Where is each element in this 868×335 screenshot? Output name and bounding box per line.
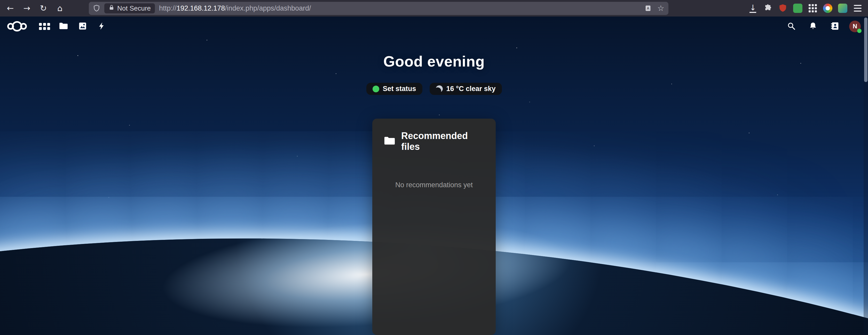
lock-icon (108, 4, 115, 12)
weather-button[interactable]: 16 °C clear sky (430, 83, 502, 95)
teal-extension-button[interactable] (838, 3, 848, 13)
ublock-extension-button[interactable] (778, 3, 788, 13)
nav-photos-button[interactable] (75, 19, 90, 34)
search-button[interactable] (784, 19, 799, 34)
tracking-shield-icon[interactable] (93, 5, 100, 12)
scrollbar-thumb[interactable] (864, 18, 867, 82)
nav-files-button[interactable] (56, 19, 71, 34)
dots-grid-icon (809, 4, 817, 12)
hamburger-menu-icon (854, 5, 862, 11)
moon-icon (435, 85, 443, 93)
contacts-icon (830, 22, 839, 31)
nextcloud-header: N (0, 16, 868, 36)
page-content: N Good evening Set status 16 °C clear sk… (0, 16, 868, 335)
address-bar[interactable]: Not Secure http://192.168.12.178/index.p… (89, 2, 669, 15)
teal-gradient-icon (838, 4, 847, 13)
notifications-button[interactable] (806, 19, 820, 34)
dashboard-main: Good evening Set status 16 °C clear sky … (0, 16, 868, 335)
browser-nav-buttons: ← → ↻ ⌂ (4, 2, 67, 15)
colorful-extension-button[interactable] (823, 3, 833, 13)
panel-empty-message: No recommendations yet (372, 181, 496, 189)
svg-text:A: A (647, 6, 649, 10)
security-chip[interactable]: Not Secure (104, 3, 155, 13)
header-right-actions: N (784, 19, 861, 34)
translate-icon[interactable]: A (644, 5, 652, 12)
bookmark-star-icon[interactable]: ☆ (657, 4, 664, 12)
browser-toolbar: ← → ↻ ⌂ Not Secure http://192.168.12.178… (0, 0, 868, 16)
url-scheme: http:// (159, 4, 177, 12)
home-button[interactable]: ⌂ (53, 2, 67, 15)
green-extension-button[interactable] (793, 3, 803, 13)
page-scrollbar[interactable] (864, 16, 868, 335)
avatar-initial: N (853, 23, 857, 30)
dashboard-grid-icon (39, 23, 50, 30)
red-shield-icon (778, 4, 787, 13)
search-icon (787, 22, 796, 31)
download-button[interactable]: ↓ (748, 3, 758, 13)
nextcloud-logo[interactable] (7, 21, 27, 31)
status-pills-row: Set status 16 °C clear sky (366, 83, 502, 95)
toolbar-extension-area: ↓ (748, 3, 864, 13)
online-status-dot (857, 29, 862, 33)
recommended-files-panel: Recommended files No recommendations yet (372, 119, 496, 335)
panel-header: Recommended files (372, 119, 496, 152)
color-wheel-icon (823, 4, 832, 13)
urlbar-right-icons: A ☆ (644, 4, 664, 12)
url-host: 192.168.12.178 (177, 4, 225, 12)
puzzle-icon (764, 4, 772, 13)
menu-button[interactable] (852, 3, 863, 13)
weather-label: 16 °C clear sky (446, 85, 496, 93)
green-square-icon (793, 4, 802, 13)
security-chip-label: Not Secure (117, 4, 151, 12)
folder-icon (384, 136, 396, 147)
url-text: http://192.168.12.178/index.php/apps/das… (159, 4, 640, 12)
back-button[interactable]: ← (4, 2, 17, 15)
forward-button[interactable]: → (20, 2, 34, 15)
logo-ring (12, 21, 22, 31)
files-folder-icon (59, 21, 68, 32)
contacts-button[interactable] (828, 19, 842, 34)
user-avatar-button[interactable]: N (849, 21, 861, 32)
set-status-button[interactable]: Set status (366, 83, 423, 95)
photos-icon (78, 22, 87, 31)
set-status-label: Set status (383, 85, 416, 93)
extensions-button[interactable] (763, 3, 773, 13)
download-icon: ↓ (749, 4, 756, 13)
reload-button[interactable]: ↻ (37, 2, 50, 15)
nav-dashboard-button[interactable] (37, 19, 52, 34)
nav-activity-button[interactable] (94, 19, 109, 34)
app-navigation (37, 19, 109, 34)
online-status-icon (373, 86, 379, 92)
bell-icon (809, 22, 817, 31)
url-path: /index.php/apps/dashboard/ (225, 4, 311, 12)
activity-icon (97, 22, 106, 31)
panel-title: Recommended files (401, 131, 485, 152)
grid-extension-button[interactable] (808, 3, 818, 13)
greeting-title: Good evening (383, 53, 485, 70)
